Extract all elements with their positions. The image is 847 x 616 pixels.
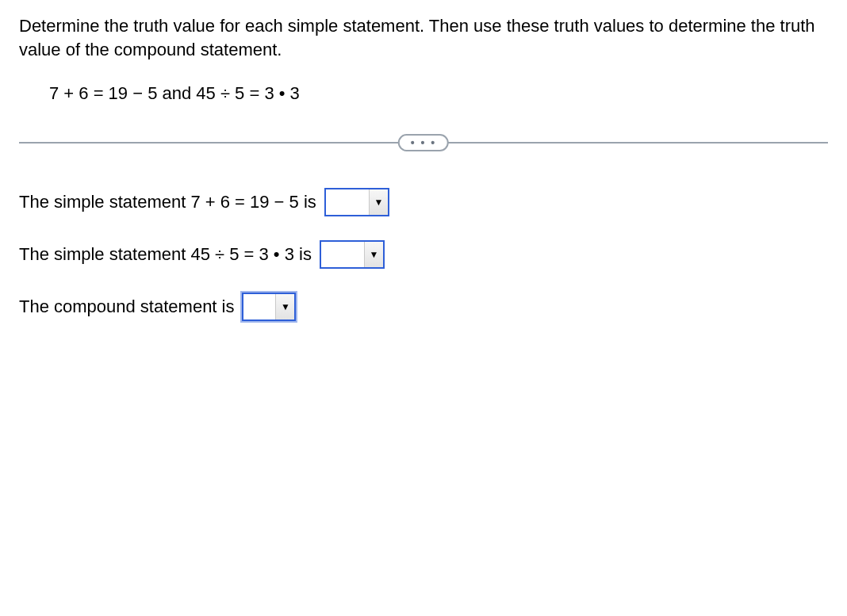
statement-2-label: The simple statement 45 ÷ 5 = 3 • 3 is bbox=[19, 244, 312, 265]
divider-expand-button[interactable]: • • • bbox=[398, 134, 449, 151]
chevron-down-icon: ▼ bbox=[275, 294, 294, 319]
compound-row: The compound statement is ▼ bbox=[19, 293, 828, 321]
select-value-empty bbox=[326, 189, 369, 215]
select-value-empty bbox=[243, 294, 275, 319]
chevron-down-icon: ▼ bbox=[364, 242, 383, 267]
statement-1-label: The simple statement 7 + 6 = 19 − 5 is bbox=[19, 192, 316, 212]
instructions-text: Determine the truth value for each simpl… bbox=[19, 14, 828, 61]
statement-1-select[interactable]: ▼ bbox=[324, 188, 389, 216]
section-divider: • • • bbox=[19, 142, 828, 143]
compound-label: The compound statement is bbox=[19, 297, 234, 317]
statement-2-select[interactable]: ▼ bbox=[320, 240, 385, 269]
statement-row-1: The simple statement 7 + 6 = 19 − 5 is ▼ bbox=[19, 188, 828, 216]
chevron-down-icon: ▼ bbox=[369, 189, 388, 215]
select-value-empty bbox=[321, 242, 364, 267]
compound-select[interactable]: ▼ bbox=[242, 293, 296, 321]
compound-formula: 7 + 6 = 19 − 5 and 45 ÷ 5 = 3 • 3 bbox=[19, 83, 828, 104]
statement-row-2: The simple statement 45 ÷ 5 = 3 • 3 is ▼ bbox=[19, 240, 828, 269]
